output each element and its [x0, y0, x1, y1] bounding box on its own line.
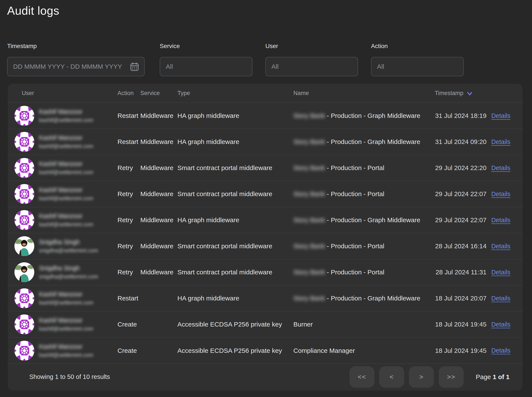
page-indicator-value: 1 of 1 — [493, 373, 510, 380]
name-cell: Story Bank - Production - Portal — [293, 190, 435, 198]
details-link[interactable]: Details — [491, 112, 510, 119]
user-cell: Kashif Manzoor kashif@settlemint.com — [14, 288, 118, 308]
user-identity: Kashif Manzoor kashif@settlemint.com — [39, 317, 93, 332]
user-identity: Snigdha Singh snigdha@settlemint.com — [39, 239, 98, 254]
column-header-action: Action — [118, 90, 140, 97]
timestamp-cell: 28 Jul 2024 16:14 — [435, 242, 487, 250]
name-cell: Story Bank - Production - Graph Middlewa… — [293, 216, 435, 224]
name-cell: Story Bank - Production - Graph Middlewa… — [293, 112, 435, 119]
page-title: Audit logs — [7, 4, 59, 17]
details-link[interactable]: Details — [491, 217, 510, 224]
user-email-blurred: snigdha@settlemint.com — [39, 273, 98, 280]
filter-timestamp-label: Timestamp — [7, 43, 145, 50]
avatar — [14, 158, 34, 178]
action-select-field[interactable] — [377, 63, 458, 70]
user-email-blurred: kashif@settlemint.com — [39, 143, 93, 149]
avatar — [14, 106, 34, 126]
name-visible-part: - Production - Portal — [327, 164, 384, 171]
action-select[interactable] — [371, 57, 464, 76]
user-identity: Kashif Manzoor kashif@settlemint.com — [39, 343, 93, 358]
user-identity: Kashif Manzoor kashif@settlemint.com — [39, 134, 93, 149]
type-cell: Smart contract portal middleware — [177, 268, 293, 276]
avatar — [14, 184, 34, 204]
details-link[interactable]: Details — [491, 243, 510, 250]
name-cell: Compliance Manager — [293, 347, 435, 354]
details-link[interactable]: Details — [491, 269, 510, 276]
timestamp-range-field[interactable] — [13, 63, 127, 70]
user-cell: Snigdha Singh snigdha@settlemint.com — [14, 236, 118, 256]
user-identity: Snigdha Singh snigdha@settlemint.com — [39, 265, 98, 280]
user-email-blurred: kashif@settlemint.com — [39, 195, 93, 202]
timestamp-range-input[interactable] — [7, 57, 145, 76]
user-select-field[interactable] — [271, 63, 352, 70]
details-cell: Details — [487, 138, 515, 145]
avatar — [14, 288, 34, 308]
service-select-field[interactable] — [166, 63, 246, 70]
last-page-button[interactable]: >> — [439, 366, 464, 388]
sort-descending-chevron-icon — [467, 91, 472, 96]
timestamp-cell: 18 Jul 2024 19:45 — [435, 321, 487, 328]
previous-page-button[interactable]: < — [379, 366, 404, 388]
next-page-button[interactable]: > — [409, 366, 434, 388]
action-cell: Retry — [118, 268, 140, 276]
details-cell: Details — [487, 295, 515, 302]
type-cell: Smart contract portal middleware — [177, 190, 293, 198]
table-row: Kashif Manzoor kashif@settlemint.com Cre… — [8, 337, 523, 364]
user-photo-avatar — [14, 236, 34, 256]
service-cell: Middleware — [140, 190, 177, 198]
name-visible-part: - Production - Graph Middleware — [327, 138, 420, 145]
details-link[interactable]: Details — [491, 347, 510, 354]
column-header-timestamp[interactable]: Timestamp — [435, 90, 487, 97]
type-cell: Accessible ECDSA P256 private key — [177, 321, 293, 328]
service-cell: Middleware — [140, 216, 177, 224]
user-cell: Kashif Manzoor kashif@settlemint.com — [14, 210, 118, 230]
name-blurred-part: Story Bank — [293, 164, 325, 171]
table-row: Snigdha Singh snigdha@settlemint.com Ret… — [8, 233, 523, 259]
user-email-blurred: kashif@settlemint.com — [39, 169, 93, 175]
table-row: Kashif Manzoor kashif@settlemint.com Ret… — [8, 155, 523, 181]
user-name-blurred: Kashif Manzoor — [39, 108, 93, 115]
details-link[interactable]: Details — [491, 138, 510, 145]
name-blurred-part: Story Bank — [293, 216, 325, 223]
user-name-blurred: Kashif Manzoor — [39, 291, 93, 298]
geometric-pattern-avatar-icon — [14, 210, 34, 230]
type-cell: HA graph middleware — [177, 295, 293, 302]
name-blurred-part: Story Bank — [293, 295, 325, 302]
user-name-blurred: Kashif Manzoor — [39, 212, 93, 220]
details-link[interactable]: Details — [491, 295, 510, 302]
column-header-name: Name — [293, 90, 435, 97]
pagination: << < > >> Page 1 of 1 — [349, 366, 515, 388]
user-email-blurred: kashif@settlemint.com — [39, 117, 93, 123]
geometric-pattern-avatar-icon — [14, 341, 34, 360]
action-cell: Retry — [118, 216, 140, 224]
column-header-timestamp-label: Timestamp — [435, 90, 464, 97]
first-page-button[interactable]: << — [349, 366, 374, 388]
name-blurred-part: Story Bank — [293, 242, 325, 250]
table-footer: Showing 1 to 50 of 10 results << < > >> … — [8, 364, 523, 390]
user-select[interactable] — [265, 57, 358, 76]
action-cell: Retry — [118, 190, 140, 198]
filter-timestamp: Timestamp — [7, 43, 145, 76]
name-blurred-part: Story Bank — [293, 268, 325, 276]
service-select[interactable] — [160, 57, 252, 76]
user-email-blurred: kashif@settlemint.com — [39, 352, 93, 358]
avatar — [14, 315, 34, 334]
details-cell: Details — [487, 243, 515, 250]
details-link[interactable]: Details — [491, 191, 510, 198]
filter-service: Service — [160, 43, 252, 76]
user-cell: Kashif Manzoor kashif@settlemint.com — [14, 315, 118, 334]
details-link[interactable]: Details — [491, 164, 510, 172]
user-cell: Kashif Manzoor kashif@settlemint.com — [14, 184, 118, 204]
user-name-blurred: Snigdha Singh — [39, 239, 98, 246]
type-cell: Smart contract portal middleware — [177, 164, 293, 172]
table-row: Snigdha Singh snigdha@settlemint.com Ret… — [8, 259, 523, 285]
page-indicator-label: Page — [476, 373, 491, 380]
name-visible-part: Compliance Manager — [293, 347, 355, 354]
user-cell: Kashif Manzoor kashif@settlemint.com — [14, 106, 118, 126]
name-visible-part: Burner — [293, 321, 313, 328]
details-link[interactable]: Details — [491, 321, 510, 328]
details-cell: Details — [487, 112, 515, 119]
table-header-row: User Action Service Type Name Timestamp — [8, 84, 523, 103]
user-cell: Kashif Manzoor kashif@settlemint.com — [14, 158, 118, 178]
name-cell: Story Bank - Production - Graph Middlewa… — [293, 295, 435, 302]
